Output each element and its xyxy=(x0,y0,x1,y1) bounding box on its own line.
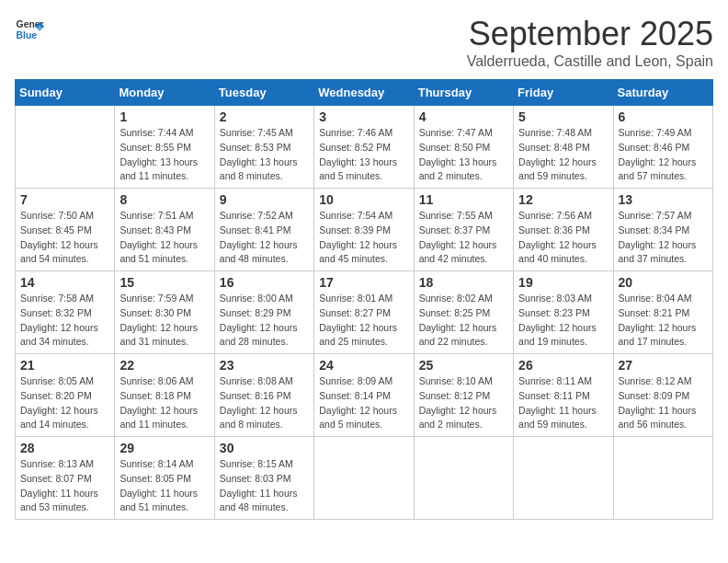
sunrise-text: Sunrise: 7:58 AM xyxy=(20,293,94,304)
day-number: 30 xyxy=(220,441,309,455)
sunrise-text: Sunrise: 8:03 AM xyxy=(518,293,592,304)
sunset-text: Sunset: 8:50 PM xyxy=(419,142,491,153)
daylight-text: Daylight: 12 hours and 8 minutes. xyxy=(220,405,298,431)
sunset-text: Sunset: 8:18 PM xyxy=(119,390,191,401)
day-number: 11 xyxy=(419,192,508,207)
sunset-text: Sunset: 8:41 PM xyxy=(220,224,291,236)
logo-icon: General Blue xyxy=(15,15,44,44)
calendar-cell: 20 Sunrise: 8:04 AM Sunset: 8:21 PM Dayl… xyxy=(613,271,712,354)
sunrise-text: Sunrise: 7:44 AM xyxy=(119,127,193,138)
header-sunday: Sunday xyxy=(16,80,115,106)
daylight-text: Daylight: 13 hours and 11 minutes. xyxy=(119,156,198,182)
sunset-text: Sunset: 8:34 PM xyxy=(619,224,690,236)
day-number: 3 xyxy=(319,109,408,124)
calendar-table: Sunday Monday Tuesday Wednesday Thursday… xyxy=(15,79,713,520)
title-area: September 2025 Valderrueda, Castille and… xyxy=(467,15,713,70)
calendar-cell: 4 Sunrise: 7:47 AM Sunset: 8:50 PM Dayli… xyxy=(414,106,513,189)
calendar-cell: 19 Sunrise: 8:03 AM Sunset: 8:23 PM Dayl… xyxy=(514,271,613,354)
day-number: 2 xyxy=(220,109,309,124)
calendar-cell xyxy=(314,437,414,520)
day-number: 10 xyxy=(319,192,408,207)
calendar-cell: 23 Sunrise: 8:08 AM Sunset: 8:16 PM Dayl… xyxy=(214,354,313,437)
calendar-cell: 5 Sunrise: 7:48 AM Sunset: 8:48 PM Dayli… xyxy=(514,106,613,189)
header: General Blue September 2025 Valderrueda,… xyxy=(15,15,713,70)
day-number: 14 xyxy=(20,275,109,290)
daylight-text: Daylight: 12 hours and 19 minutes. xyxy=(518,322,597,348)
sunset-text: Sunset: 8:21 PM xyxy=(619,307,690,318)
sunset-text: Sunset: 8:03 PM xyxy=(220,473,291,484)
sunset-text: Sunset: 8:36 PM xyxy=(518,224,590,236)
calendar-cell xyxy=(613,437,712,520)
calendar-cell: 6 Sunrise: 7:49 AM Sunset: 8:46 PM Dayli… xyxy=(613,106,712,189)
calendar-week-1: 7 Sunrise: 7:50 AM Sunset: 8:45 PM Dayli… xyxy=(16,189,713,271)
header-monday: Monday xyxy=(115,80,214,106)
day-number: 6 xyxy=(619,109,708,124)
calendar-cell: 1 Sunrise: 7:44 AM Sunset: 8:55 PM Dayli… xyxy=(115,106,214,189)
calendar-cell: 2 Sunrise: 7:45 AM Sunset: 8:53 PM Dayli… xyxy=(214,106,313,189)
sunset-text: Sunset: 8:23 PM xyxy=(518,307,590,318)
sunset-text: Sunset: 8:52 PM xyxy=(319,142,391,153)
sunrise-text: Sunrise: 8:08 AM xyxy=(220,375,293,386)
sunset-text: Sunset: 8:14 PM xyxy=(319,390,391,401)
svg-text:Blue: Blue xyxy=(17,30,38,40)
calendar-cell: 8 Sunrise: 7:51 AM Sunset: 8:43 PM Dayli… xyxy=(115,189,214,271)
calendar-cell: 15 Sunrise: 7:59 AM Sunset: 8:30 PM Dayl… xyxy=(115,271,214,354)
sunrise-text: Sunrise: 7:49 AM xyxy=(619,127,692,138)
sunset-text: Sunset: 8:05 PM xyxy=(119,473,191,484)
daylight-text: Daylight: 12 hours and 25 minutes. xyxy=(319,322,397,348)
daylight-text: Daylight: 11 hours and 56 minutes. xyxy=(619,405,697,431)
calendar-cell: 3 Sunrise: 7:46 AM Sunset: 8:52 PM Dayli… xyxy=(314,106,414,189)
sunset-text: Sunset: 8:37 PM xyxy=(419,224,491,236)
sunrise-text: Sunrise: 7:48 AM xyxy=(518,127,592,138)
sunrise-text: Sunrise: 8:09 AM xyxy=(319,375,392,386)
sunset-text: Sunset: 8:46 PM xyxy=(619,142,690,153)
sunset-text: Sunset: 8:29 PM xyxy=(220,307,291,318)
day-number: 9 xyxy=(220,192,309,207)
header-friday: Friday xyxy=(514,80,613,106)
day-number: 26 xyxy=(518,358,608,373)
calendar-cell: 28 Sunrise: 8:13 AM Sunset: 8:07 PM Dayl… xyxy=(16,437,115,520)
daylight-text: Daylight: 12 hours and 2 minutes. xyxy=(419,405,497,431)
daylight-text: Daylight: 12 hours and 57 minutes. xyxy=(619,156,697,182)
daylight-text: Daylight: 13 hours and 2 minutes. xyxy=(419,156,497,182)
day-number: 22 xyxy=(119,358,209,373)
daylight-text: Daylight: 12 hours and 51 minutes. xyxy=(119,239,198,265)
day-number: 27 xyxy=(619,358,708,373)
sunrise-text: Sunrise: 7:47 AM xyxy=(419,127,493,138)
day-number: 23 xyxy=(220,358,309,373)
day-number: 13 xyxy=(619,192,708,207)
logo: General Blue xyxy=(15,15,44,44)
sunset-text: Sunset: 8:43 PM xyxy=(119,224,191,236)
calendar-cell: 17 Sunrise: 8:01 AM Sunset: 8:27 PM Dayl… xyxy=(314,271,414,354)
daylight-text: Daylight: 11 hours and 51 minutes. xyxy=(119,488,198,513)
calendar-cell: 25 Sunrise: 8:10 AM Sunset: 8:12 PM Dayl… xyxy=(414,354,513,437)
day-number: 7 xyxy=(20,192,109,207)
daylight-text: Daylight: 12 hours and 5 minutes. xyxy=(319,405,397,431)
day-number: 18 xyxy=(419,275,508,290)
daylight-text: Daylight: 11 hours and 53 minutes. xyxy=(20,488,98,513)
daylight-text: Daylight: 12 hours and 22 minutes. xyxy=(419,322,497,348)
sunrise-text: Sunrise: 8:02 AM xyxy=(419,293,493,304)
daylight-text: Daylight: 12 hours and 42 minutes. xyxy=(419,239,497,265)
calendar-cell: 14 Sunrise: 7:58 AM Sunset: 8:32 PM Dayl… xyxy=(16,271,115,354)
calendar-cell: 10 Sunrise: 7:54 AM Sunset: 8:39 PM Dayl… xyxy=(314,189,414,271)
sunset-text: Sunset: 8:45 PM xyxy=(20,224,92,236)
month-title: September 2025 xyxy=(467,15,713,53)
calendar-cell: 29 Sunrise: 8:14 AM Sunset: 8:05 PM Dayl… xyxy=(115,437,214,520)
day-number: 21 xyxy=(20,358,109,373)
header-wednesday: Wednesday xyxy=(314,80,414,106)
sunrise-text: Sunrise: 8:10 AM xyxy=(419,375,493,386)
sunset-text: Sunset: 8:30 PM xyxy=(119,307,191,318)
sunset-text: Sunset: 8:16 PM xyxy=(220,390,291,401)
day-number: 24 xyxy=(319,358,408,373)
calendar-week-4: 28 Sunrise: 8:13 AM Sunset: 8:07 PM Dayl… xyxy=(16,437,713,520)
sunrise-text: Sunrise: 8:12 AM xyxy=(619,375,692,386)
calendar-cell: 16 Sunrise: 8:00 AM Sunset: 8:29 PM Dayl… xyxy=(214,271,313,354)
sunset-text: Sunset: 8:55 PM xyxy=(119,142,191,153)
daylight-text: Daylight: 12 hours and 48 minutes. xyxy=(220,239,298,265)
sunset-text: Sunset: 8:11 PM xyxy=(518,390,590,401)
sunset-text: Sunset: 8:32 PM xyxy=(20,307,92,318)
calendar-cell xyxy=(514,437,613,520)
header-row: Sunday Monday Tuesday Wednesday Thursday… xyxy=(16,80,713,106)
sunrise-text: Sunrise: 8:06 AM xyxy=(119,375,193,386)
